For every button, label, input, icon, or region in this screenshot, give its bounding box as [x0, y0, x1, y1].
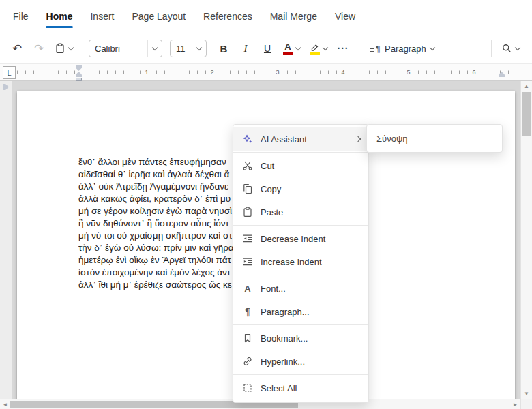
tab-view[interactable]: View [326, 0, 364, 33]
paragraph-mark-icon: ¶ [370, 44, 381, 53]
paste-icon [241, 207, 254, 217]
text-line: ἔνθ᾽ ἄλλοι μὲν πάντες ἐπευφήμησαν [78, 156, 234, 168]
paragraph-mark-icon: ¶ [241, 307, 254, 316]
document-area: ἔνθ᾽ ἄλλοι μὲν πάντες ἐπευφήμησαν αἰδεῖσ… [0, 81, 532, 409]
tab-file[interactable]: File [4, 0, 38, 33]
highlight-color-button[interactable] [306, 38, 331, 59]
menu-item-label: Cut [261, 161, 274, 171]
menu-item-paragraph[interactable]: ¶ Paragraph... [233, 300, 368, 323]
menu-item-decrease-indent[interactable]: Decrease Indent [233, 227, 368, 250]
chevron-down-icon [295, 44, 301, 50]
menu-item-label: Select All [261, 383, 297, 393]
ruler-ticks [17, 71, 515, 74]
context-menu: AI Assistant Cut Copy Paste [233, 124, 369, 403]
menu-item-label: Bookmark... [261, 333, 308, 344]
separator [233, 275, 368, 275]
tab-home[interactable]: Home [38, 0, 82, 33]
text-line: ἀλλὰ κακῶς ἀφίει, κρατερὸν δ᾽ ἐπὶ μῦ [78, 193, 234, 205]
undo-button[interactable]: ↶ [7, 38, 27, 59]
ruler-number: 4 [340, 69, 346, 76]
menu-item-label: AI Assistant [261, 134, 307, 145]
ruler-bar: L 1 2 3 4 5 6 [0, 63, 532, 81]
ruler-number: 3 [274, 69, 280, 76]
underline-label: U [264, 43, 271, 54]
text-line: ἀλλ᾽ ἴθι μή μ᾽ ἐρέθιζε σαώτερος ὥς κε [78, 279, 234, 291]
paragraph-label: Paragraph [385, 44, 426, 54]
text-line: ἡμετέρῳ ἐνὶ οἴκῳ ἐν Ἄργεϊ τηλόθι πάτ [78, 254, 234, 267]
text-line: ἱστὸν ἐποιχομένην καὶ ἐμὸν λέχος ἀντ [78, 267, 234, 279]
tab-insert[interactable]: Insert [81, 0, 123, 33]
menu-item-hyperlink[interactable]: Hyperlink... [233, 350, 368, 373]
menu-item-bookmark[interactable]: Bookmark... [233, 327, 368, 350]
chevron-down-icon [429, 44, 434, 50]
italic-button[interactable]: I [235, 38, 256, 59]
chevron-down-icon [68, 44, 74, 50]
font-size-select[interactable]: 11 [170, 40, 207, 57]
separator [233, 225, 368, 226]
vertical-scrollbar[interactable]: ▲ ▼ [520, 81, 532, 399]
menu-item-label: Hyperlink... [261, 357, 305, 367]
vertical-ruler [0, 81, 12, 399]
increase-indent-icon [241, 256, 254, 267]
scissors-icon [241, 160, 254, 171]
tab-mail-merge[interactable]: Mail Merge [261, 0, 326, 33]
menu-item-ai-assistant[interactable]: AI Assistant [233, 127, 368, 151]
menu-item-paste[interactable]: Paste [233, 200, 368, 224]
undo-icon: ↶ [12, 43, 22, 55]
document-text: ἔνθ᾽ ἄλλοι μὲν πάντες ἐπευφήμησαν αἰδεῖσ… [78, 156, 234, 291]
bookmark-icon [241, 333, 254, 344]
more-options-button[interactable]: ··· [333, 38, 353, 59]
chevron-down-icon[interactable] [147, 40, 162, 57]
font-name-value: Calibri [89, 44, 147, 54]
font-color-button[interactable]: A [279, 38, 304, 59]
tab-page-layout[interactable]: Page Layout [123, 0, 194, 33]
ruler-number: 5 [405, 69, 411, 76]
scroll-down-icon[interactable]: ▼ [521, 389, 532, 399]
highlighter-icon [310, 43, 320, 55]
text-line: μή σε γέρον κοίλῃσιν ἐγὼ παρὰ νηυσὶ [78, 205, 234, 217]
vertical-scroll-thumb[interactable] [522, 92, 531, 136]
text-line: αἰδεῖσθαί θ᾽ ἱερῆα καὶ ἀγλαὰ δέχθαι ἄ [78, 168, 234, 181]
menu-item-increase-indent[interactable]: Increase Indent [233, 250, 368, 273]
left-indent-marker[interactable] [76, 78, 82, 81]
menu-item-select-all[interactable]: Select All [233, 376, 368, 399]
text-line: ἢ νῦν δηθύνοντ᾽ ἢ ὕστερον αὖτις ἰόντ [78, 217, 234, 230]
clipboard-icon [55, 43, 65, 54]
horizontal-ruler: 1 2 3 4 5 6 [17, 64, 515, 80]
copy-icon [241, 183, 254, 194]
chevron-down-icon [515, 44, 520, 50]
menu-item-label: Copy [261, 184, 281, 194]
bold-button[interactable]: B [213, 38, 234, 59]
select-all-icon [241, 382, 254, 393]
clipboard-button[interactable] [50, 38, 77, 59]
top-margin-marker[interactable] [3, 84, 9, 90]
separator [233, 152, 368, 153]
menubar: File Home Insert Page Layout References … [0, 0, 532, 33]
separator [233, 374, 368, 375]
underline-button[interactable]: U [257, 38, 278, 59]
menu-item-font[interactable]: A Font... [233, 277, 368, 300]
chevron-down-icon[interactable] [192, 40, 206, 57]
search-button[interactable] [497, 38, 524, 59]
menu-item-copy[interactable]: Copy [233, 177, 368, 200]
text-line: τὴν δ᾽ ἐγὼ οὐ λύσω: πρίν μιν καὶ γῆρα [78, 242, 234, 254]
chevron-down-icon [323, 44, 328, 50]
menu-item-cut[interactable]: Cut [233, 154, 368, 177]
separator [233, 324, 368, 325]
paragraph-dialog-button[interactable]: ¶ Paragraph [365, 38, 440, 59]
menu-item-label: Paste [261, 207, 283, 217]
tab-stop-selector[interactable]: L [3, 66, 16, 79]
scroll-up-icon[interactable]: ▲ [521, 81, 532, 91]
scroll-left-icon[interactable]: ◄ [0, 399, 10, 409]
menu-item-label: Paragraph... [261, 307, 310, 317]
italic-label: I [244, 43, 248, 55]
submenu-item-summary[interactable]: Σύνοψη [367, 127, 502, 149]
tab-references[interactable]: References [194, 0, 261, 33]
scroll-right-icon[interactable]: ► [510, 399, 520, 409]
font-name-select[interactable]: Calibri [89, 40, 162, 57]
chevron-right-icon [355, 136, 361, 142]
toolbar: ↶ ↷ Calibri 11 B I U A ··· [0, 33, 532, 63]
hyperlink-icon [241, 356, 254, 367]
menu-item-label: Decrease Indent [261, 234, 325, 244]
redo-button[interactable]: ↷ [29, 38, 49, 59]
